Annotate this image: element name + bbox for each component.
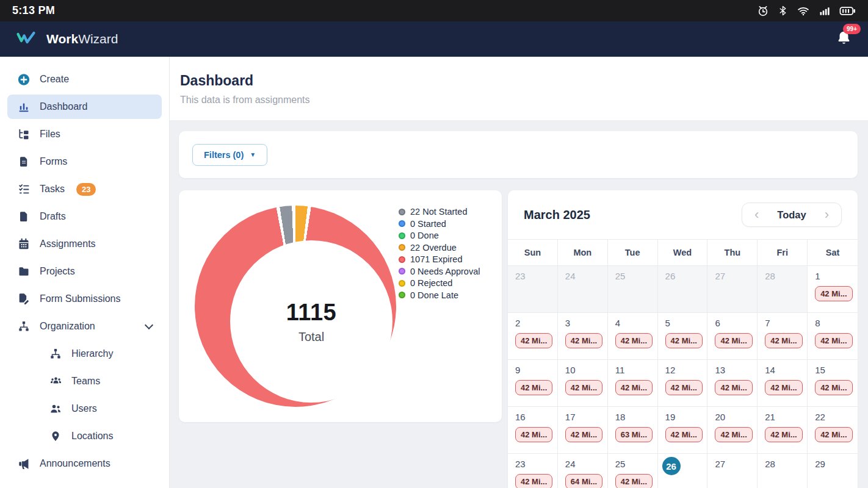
calendar-day-cell[interactable]: 28 [758, 454, 808, 488]
calendar-day-cell[interactable]: 26 [658, 266, 708, 313]
day-number: 16 [515, 412, 554, 422]
sidebar-item-assignments[interactable]: Assignments [7, 232, 162, 256]
event-badge[interactable]: 63 Mi... [615, 427, 653, 442]
sidebar-item-dashboard[interactable]: Dashboard [7, 95, 162, 119]
notifications-button[interactable]: 99+ [836, 30, 852, 49]
filters-button[interactable]: Filters (0) ▼ [192, 144, 267, 166]
event-badge[interactable]: 42 Mi... [815, 380, 852, 395]
event-badge[interactable]: 42 Mi... [715, 427, 752, 442]
selected-day[interactable]: 26 [662, 457, 681, 475]
calendar-day-cell[interactable]: 842 Mi... [808, 313, 858, 360]
event-badge[interactable]: 42 Mi... [665, 333, 703, 348]
event-badge[interactable]: 42 Mi... [765, 427, 802, 442]
megaphone-icon [17, 457, 31, 470]
sidebar-item-projects[interactable]: Projects [7, 259, 162, 284]
event-badge[interactable]: 42 Mi... [565, 380, 602, 395]
sidebar-item-users[interactable]: Users [39, 396, 162, 421]
wifi-icon [797, 5, 810, 17]
users-icon [49, 402, 62, 415]
calendar-day-cell[interactable]: 2542 Mi... [608, 454, 658, 488]
event-badge[interactable]: 42 Mi... [815, 333, 852, 348]
day-number: 6 [715, 318, 753, 328]
day-number: 3 [565, 318, 604, 328]
calendar-day-cell[interactable]: 1542 Mi... [808, 360, 858, 407]
sidebar-item-drafts[interactable]: Drafts [7, 204, 162, 229]
day-number: 23 [515, 271, 554, 281]
calendar-day-cell[interactable]: 1863 Mi... [608, 407, 658, 454]
legend-label: 22 Overdue [410, 243, 457, 253]
day-number: 20 [715, 412, 753, 422]
calendar-day-cell[interactable]: 1042 Mi... [558, 360, 608, 407]
day-number: 1 [815, 271, 854, 281]
sidebar-item-organization[interactable]: Organization [7, 314, 162, 339]
calendar-day-cell[interactable]: 23 [508, 266, 558, 313]
plus-circle-icon [17, 73, 31, 86]
event-badge[interactable]: 42 Mi... [665, 380, 703, 395]
calendar-day-cell[interactable]: 27 [707, 454, 758, 488]
calendar-day-cell[interactable]: 2242 Mi... [808, 407, 858, 454]
event-badge[interactable]: 42 Mi... [765, 333, 802, 348]
calendar-day-cell[interactable]: 2142 Mi... [758, 407, 808, 454]
sidebar-item-form-submissions[interactable]: Form Submissions [7, 287, 162, 311]
calendar-day-cell[interactable]: 25 [608, 266, 658, 313]
calendar-day-cell[interactable]: 1942 Mi... [658, 407, 708, 454]
calendar-day-cell[interactable]: 26 [658, 454, 708, 488]
event-badge[interactable]: 42 Mi... [665, 427, 703, 442]
event-badge[interactable]: 42 Mi... [715, 333, 752, 348]
today-button[interactable]: Today [769, 209, 814, 221]
calendar-day-cell[interactable]: 1342 Mi... [707, 360, 758, 407]
calendar-day-cell[interactable]: 28 [758, 266, 808, 313]
event-badge[interactable]: 42 Mi... [515, 333, 552, 348]
calendar-day-cell[interactable]: 2342 Mi... [508, 454, 558, 488]
page-title: Dashboard [180, 73, 856, 89]
sidebar-item-files[interactable]: Files [7, 122, 162, 146]
sidebar-item-tasks[interactable]: Tasks23 [7, 177, 162, 201]
event-badge[interactable]: 42 Mi... [765, 380, 802, 395]
event-badge[interactable]: 42 Mi... [515, 474, 552, 488]
calendar-day-cell[interactable]: 242 Mi... [508, 313, 558, 360]
calendar-day-cell[interactable]: 342 Mi... [558, 313, 608, 360]
calendar-day-cell[interactable]: 2464 Mi... [558, 454, 608, 488]
day-number: 22 [815, 412, 854, 422]
calendar-day-cell[interactable]: 1642 Mi... [508, 407, 558, 454]
sidebar-item-hierarchy[interactable]: Hierarchy [39, 342, 162, 366]
calendar-day-cell[interactable]: 942 Mi... [508, 360, 558, 407]
calendar-day-cell[interactable]: 142 Mi... [808, 266, 858, 313]
day-number: 15 [815, 365, 854, 375]
sidebar-item-teams[interactable]: Teams [39, 369, 162, 393]
sidebar-item-locations[interactable]: Locations [39, 424, 162, 448]
legend-label: 0 Started [410, 219, 446, 229]
event-badge[interactable]: 42 Mi... [615, 380, 653, 395]
prev-month-button[interactable]: ‹ [745, 207, 769, 223]
event-badge[interactable]: 42 Mi... [715, 380, 752, 395]
sidebar-item-forms[interactable]: Forms [7, 149, 162, 174]
sidebar-item-create[interactable]: Create [7, 67, 162, 92]
day-number: 25 [615, 459, 654, 469]
sidebar-item-announcements[interactable]: Announcements [7, 451, 162, 476]
calendar-day-cell[interactable]: 27 [707, 266, 758, 313]
calendar-day-cell[interactable]: 1242 Mi... [658, 360, 708, 407]
calendar-day-cell[interactable]: 642 Mi... [707, 313, 758, 360]
event-badge[interactable]: 42 Mi... [565, 333, 602, 348]
event-badge[interactable]: 42 Mi... [615, 474, 653, 488]
dow-sun: Sun [508, 240, 558, 265]
next-month-button[interactable]: › [815, 207, 839, 223]
calendar-day-cell[interactable]: 442 Mi... [608, 313, 658, 360]
calendar-day-cell[interactable]: 24 [558, 266, 608, 313]
day-number: 23 [515, 459, 554, 469]
calendar-day-cell[interactable]: 542 Mi... [658, 313, 708, 360]
calendar-day-cell[interactable]: 1442 Mi... [758, 360, 808, 407]
event-badge[interactable]: 64 Mi... [565, 474, 602, 488]
calendar-day-cell[interactable]: 29 [808, 454, 858, 488]
notification-count-badge: 99+ [843, 24, 861, 34]
event-badge[interactable]: 42 Mi... [815, 427, 852, 442]
event-badge[interactable]: 42 Mi... [515, 427, 552, 442]
calendar-day-cell[interactable]: 2042 Mi... [707, 407, 758, 454]
event-badge[interactable]: 42 Mi... [615, 333, 653, 348]
calendar-day-cell[interactable]: 1742 Mi... [558, 407, 608, 454]
event-badge[interactable]: 42 Mi... [515, 380, 552, 395]
event-badge[interactable]: 42 Mi... [815, 286, 852, 301]
calendar-day-cell[interactable]: 1142 Mi... [608, 360, 658, 407]
event-badge[interactable]: 42 Mi... [565, 427, 602, 442]
calendar-day-cell[interactable]: 742 Mi... [758, 313, 808, 360]
